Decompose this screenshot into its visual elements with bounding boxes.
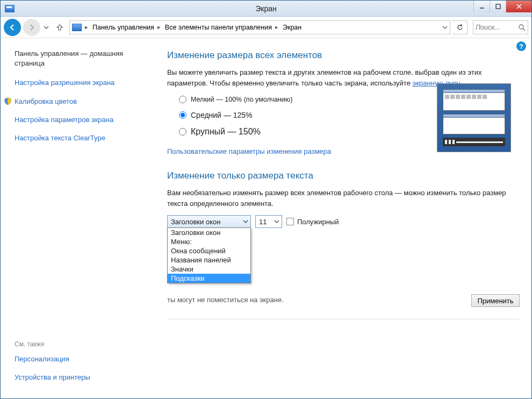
breadcrumb-item[interactable]: Панель управления bbox=[90, 22, 156, 33]
chevron-right-icon[interactable]: ▸ bbox=[84, 24, 90, 31]
svg-point-4 bbox=[519, 25, 523, 29]
preview-image bbox=[437, 83, 511, 152]
bold-label: Полужирный bbox=[297, 218, 339, 226]
sidebar-link-devices[interactable]: Устройства и принтеры bbox=[15, 373, 139, 382]
combo-option-selected[interactable]: Подсказки bbox=[168, 274, 250, 283]
main-content: Изменение размера всех элементов Вы може… bbox=[147, 38, 531, 398]
sidebar-item-label: Калибровка цветов bbox=[15, 97, 77, 105]
sidebar-link-calibration[interactable]: Калибровка цветов bbox=[15, 97, 139, 106]
sidebar-link-params[interactable]: Настройка параметров экрана bbox=[15, 115, 139, 125]
titlebar: Экран bbox=[1, 1, 531, 17]
combo-value: 11 bbox=[259, 218, 267, 226]
nav-history-dropdown[interactable] bbox=[42, 21, 50, 34]
window-title: Экран bbox=[255, 4, 277, 13]
system-icon bbox=[5, 5, 15, 12]
search-box[interactable] bbox=[473, 20, 528, 34]
location-icon bbox=[72, 24, 82, 31]
nav-back-button[interactable] bbox=[4, 19, 21, 36]
sidebar-link-resolution[interactable]: Настройка разрешения экрана bbox=[15, 78, 139, 88]
refresh-button[interactable] bbox=[452, 20, 468, 34]
custom-size-link[interactable]: Пользовательские параметры изменения раз… bbox=[167, 147, 331, 155]
close-button[interactable] bbox=[506, 1, 531, 12]
sidebar-link-personalization[interactable]: Персонализация bbox=[15, 354, 139, 364]
section2-title: Изменение только размера текста bbox=[167, 170, 520, 181]
nav-up-button[interactable] bbox=[52, 20, 67, 35]
apply-button[interactable]: Применить bbox=[471, 294, 520, 307]
element-combo[interactable]: Заголовки окон Заголовки окон Меню: Окна… bbox=[167, 215, 251, 228]
breadcrumb[interactable]: ▸ Панель управления ▸ Все элементы панел… bbox=[69, 20, 450, 34]
see-also-title: См. также bbox=[15, 340, 139, 348]
minimize-button[interactable] bbox=[473, 1, 490, 12]
chevron-down-icon bbox=[243, 220, 248, 223]
combo-option[interactable]: Окна сообщений bbox=[168, 246, 250, 255]
maximize-button[interactable] bbox=[490, 1, 506, 12]
search-icon bbox=[518, 24, 526, 31]
sidebar: Панель управления — домашняя страница На… bbox=[1, 38, 147, 398]
sidebar-home[interactable]: Панель управления — домашняя страница bbox=[15, 49, 139, 68]
shield-icon bbox=[4, 97, 12, 105]
combo-value: Заголовки окон bbox=[171, 218, 220, 226]
chevron-right-icon[interactable]: ▸ bbox=[156, 24, 163, 31]
combo-option[interactable]: Названия панелей bbox=[168, 255, 250, 265]
combo-option[interactable]: Меню: bbox=[168, 237, 250, 246]
section1-title: Изменение размера всех элементов bbox=[167, 50, 520, 61]
breadcrumb-dropdown[interactable] bbox=[440, 26, 450, 29]
search-input[interactable] bbox=[476, 24, 518, 31]
svg-rect-1 bbox=[496, 4, 500, 9]
nav-forward-button[interactable] bbox=[23, 19, 40, 36]
combo-option[interactable]: Значки bbox=[168, 265, 250, 274]
breadcrumb-item[interactable]: Экран bbox=[281, 22, 304, 33]
chevron-down-icon bbox=[274, 220, 279, 223]
svg-line-5 bbox=[523, 28, 525, 31]
element-combo-list[interactable]: Заголовки окон Меню: Окна сообщений Назв… bbox=[167, 227, 251, 283]
section2-desc: Вам необязательно изменять размер всех э… bbox=[167, 188, 511, 209]
chevron-right-icon[interactable]: ▸ bbox=[274, 24, 281, 31]
bold-checkbox[interactable] bbox=[286, 218, 294, 225]
size-combo[interactable]: 11 bbox=[255, 215, 282, 228]
sidebar-link-cleartype[interactable]: Настройка текста ClearType bbox=[15, 133, 139, 143]
combo-option[interactable]: Заголовки окон bbox=[168, 228, 250, 237]
bold-checkbox-row[interactable]: Полужирный bbox=[286, 218, 339, 226]
breadcrumb-item[interactable]: Все элементы панели управления bbox=[163, 22, 274, 33]
separator bbox=[167, 319, 520, 319]
navbar: ▸ Панель управления ▸ Все элементы панел… bbox=[1, 17, 531, 38]
